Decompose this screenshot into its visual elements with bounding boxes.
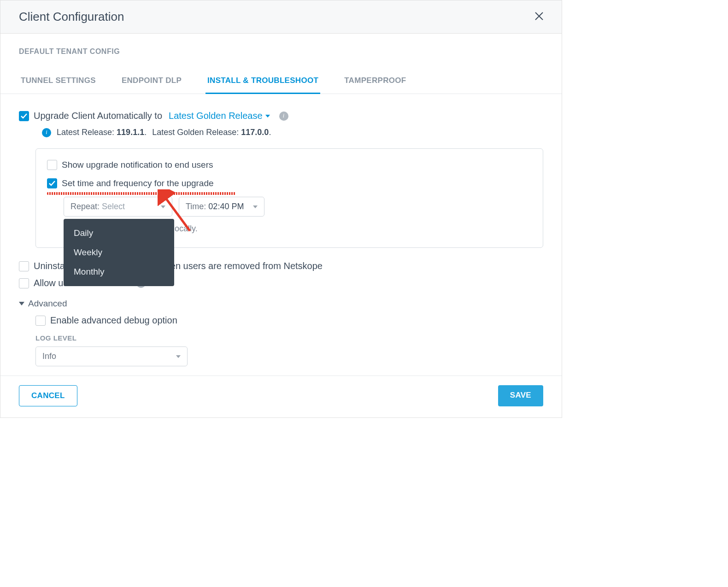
repeat-option-weekly[interactable]: Weekly [64, 243, 174, 262]
tabs: TUNNEL SETTINGS ENDPOINT DLP INSTALL & T… [0, 71, 562, 94]
chevron-down-icon [161, 205, 165, 208]
latest-golden-value: 117.0.0 [241, 128, 269, 137]
info-icon: i [42, 128, 51, 137]
info-icon[interactable]: i [279, 112, 288, 121]
repeat-placeholder: Select [102, 202, 125, 211]
latest-release-value: 119.1.1 [117, 128, 144, 137]
save-button[interactable]: SAVE [498, 385, 543, 406]
repeat-option-monthly[interactable]: Monthly [64, 262, 174, 282]
latest-golden-label: Latest Golden Release: [152, 128, 239, 137]
titlebar: Client Configuration [0, 0, 562, 34]
time-select[interactable]: Time: 02:40 PM [179, 197, 264, 217]
release-option-dropdown[interactable]: Latest Golden Release [169, 111, 270, 121]
repeat-option-daily[interactable]: Daily [64, 223, 174, 243]
chevron-down-icon [176, 355, 181, 358]
enable-debug-label: Enable advanced debug option [50, 315, 177, 326]
tab-install-troubleshoot[interactable]: INSTALL & TROUBLESHOOT [205, 71, 320, 94]
log-level-value: Info [42, 352, 56, 361]
log-level-select[interactable]: Info [35, 346, 188, 366]
checkbox-upgrade-auto[interactable] [19, 111, 29, 121]
tab-tamperproof[interactable]: TAMPERPROOF [342, 71, 408, 94]
upgrade-options-panel: Show upgrade notification to end users S… [35, 148, 543, 248]
release-option-value: Latest Golden Release [169, 111, 262, 121]
advanced-section-toggle[interactable]: Advanced [19, 299, 543, 309]
config-name-heading: DEFAULT TENANT CONFIG [19, 47, 543, 56]
tab-tunnel-settings[interactable]: TUNNEL SETTINGS [19, 71, 98, 94]
annotation-underline [47, 192, 236, 195]
repeat-label: Repeat: [70, 202, 100, 211]
time-value: 02:40 PM [208, 202, 244, 211]
checkbox-set-time-frequency[interactable] [47, 178, 57, 188]
log-level-heading: LOG LEVEL [35, 334, 543, 342]
advanced-heading: Advanced [28, 299, 67, 309]
footer: CANCEL SAVE [0, 376, 562, 417]
cancel-button[interactable]: CANCEL [19, 385, 77, 406]
tab-endpoint-dlp[interactable]: ENDPOINT DLP [120, 71, 183, 94]
chevron-down-icon [253, 205, 258, 208]
show-notification-label: Show upgrade notification to end users [62, 160, 213, 170]
close-icon[interactable] [535, 11, 543, 23]
chevron-down-icon [19, 302, 24, 305]
upgrade-auto-label: Upgrade Client Automatically to [34, 111, 162, 121]
modal-title: Client Configuration [19, 10, 124, 24]
modal-frame: Client Configuration DEFAULT TENANT CONF… [0, 0, 562, 418]
repeat-dropdown-menu: Daily Weekly Monthly [64, 219, 174, 286]
release-info-line: i Latest Release: 119.1.1. Latest Golden… [37, 128, 543, 137]
checkbox-enable-debug[interactable] [35, 316, 46, 326]
set-time-frequency-label: Set time and frequency for the upgrade [62, 178, 214, 188]
time-label: Time: [186, 202, 206, 211]
checkbox-show-notification[interactable] [47, 160, 57, 170]
chevron-down-icon [265, 115, 270, 117]
checkbox-uninstall-auto[interactable] [19, 261, 29, 271]
repeat-select[interactable]: Repeat: Select [64, 197, 172, 217]
latest-release-label: Latest Release: [57, 128, 114, 137]
checkbox-allow-reenroll[interactable] [19, 278, 29, 288]
